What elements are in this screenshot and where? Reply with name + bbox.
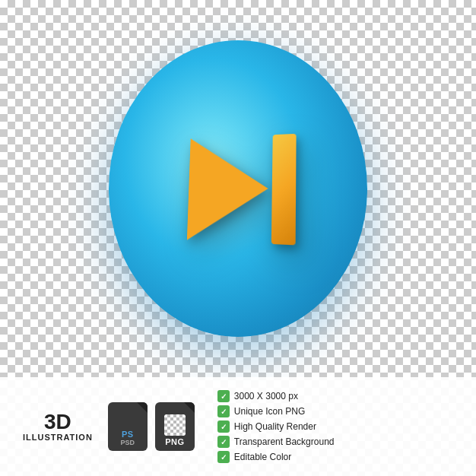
label-3d-sub: ILLUSTRATION bbox=[23, 433, 93, 442]
feature-editable: Editable Color bbox=[217, 451, 335, 463]
png-badge: PNG bbox=[155, 402, 195, 451]
ps-badge-corner bbox=[137, 402, 148, 413]
check-icon-editable bbox=[217, 451, 230, 463]
feature-text-transparent: Transparent Background bbox=[234, 436, 335, 447]
features-list: 3000 X 3000 px Unique Icon PNG High Qual… bbox=[217, 390, 335, 463]
ps-badge: PS PSD bbox=[108, 402, 148, 451]
png-badge-corner bbox=[184, 402, 195, 413]
ps-badge-ext: PSD bbox=[121, 439, 135, 446]
feature-quality: High Quality Render bbox=[217, 420, 335, 433]
png-badge-label: PNG bbox=[165, 437, 184, 446]
skip-forward-icon-3d bbox=[180, 125, 300, 253]
feature-text-unique: Unique Icon PNG bbox=[234, 406, 305, 417]
play-triangle bbox=[187, 135, 269, 243]
file-badges: PS PSD PNG bbox=[108, 402, 195, 451]
ps-badge-label: PS bbox=[122, 430, 134, 439]
label-3d-main: 3D bbox=[44, 411, 71, 433]
check-icon-unique bbox=[217, 405, 230, 417]
check-icon-resolution bbox=[217, 390, 230, 402]
illustration-label: 3D ILLUSTRATION bbox=[23, 411, 93, 442]
feature-resolution: 3000 X 3000 px bbox=[217, 390, 335, 402]
background: 3D ILLUSTRATION PS PSD PNG 3000 X 3000 p… bbox=[0, 0, 476, 476]
blue-oval bbox=[109, 40, 367, 337]
check-icon-quality bbox=[217, 420, 230, 433]
feature-transparent: Transparent Background bbox=[217, 436, 335, 448]
feature-text-resolution: 3000 X 3000 px bbox=[234, 391, 298, 401]
feature-unique: Unique Icon PNG bbox=[217, 405, 335, 417]
illustration-area bbox=[0, 0, 476, 377]
feature-text-quality: High Quality Render bbox=[234, 421, 316, 432]
check-icon-transparent bbox=[217, 436, 230, 448]
bottom-info-bar: 3D ILLUSTRATION PS PSD PNG 3000 X 3000 p… bbox=[0, 377, 476, 476]
png-checker bbox=[164, 414, 186, 436]
skip-bar bbox=[271, 134, 297, 246]
feature-text-editable: Editable Color bbox=[234, 452, 291, 462]
icon-wrapper bbox=[180, 125, 300, 253]
